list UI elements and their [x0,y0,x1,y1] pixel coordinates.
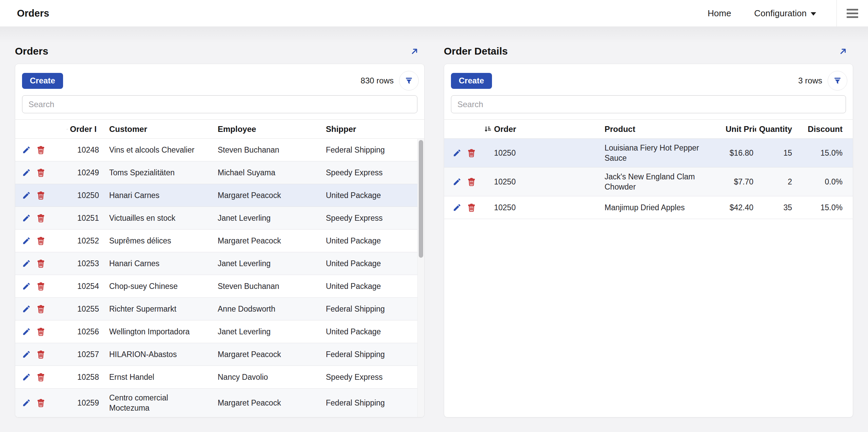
caret-down-icon [811,12,816,16]
trash-icon [467,149,476,158]
pencil-icon [22,282,31,291]
orders-expand-button[interactable] [408,44,421,58]
arrow-up-right-icon [410,47,419,56]
orders-table-row[interactable]: 10255 Richter Supermarkt Anne Dodsworth … [15,298,424,320]
cell-order-id: 10255 [65,304,97,314]
orders-col-order-id[interactable]: Order I [65,124,97,134]
orders-table-row[interactable]: 10249 Toms Spezialitäten Michael Suyama … [15,161,424,184]
trash-icon [467,203,476,212]
edit-button[interactable] [22,398,31,407]
edit-button[interactable] [453,203,461,212]
delete-button[interactable] [36,214,45,223]
edit-button[interactable] [22,145,31,154]
details-col-order[interactable]: Order [481,124,592,134]
edit-button[interactable] [22,305,31,313]
row-actions [22,373,65,382]
row-actions [22,305,65,314]
orders-table-row[interactable]: 10253 Hanari Carnes Janet Leverling Unit… [15,252,424,275]
scrollbar-thumb[interactable] [419,140,423,258]
edit-button[interactable] [22,373,31,381]
cell-employee: Steven Buchanan [205,145,313,155]
delete-button[interactable] [36,236,45,246]
delete-button[interactable] [36,373,45,382]
delete-button[interactable] [36,350,45,359]
scrollbar-track[interactable] [417,139,424,417]
delete-button[interactable] [467,149,476,158]
cell-quantity: 2 [756,177,795,187]
orders-table-row[interactable]: 10252 Suprêmes délices Margaret Peacock … [15,230,424,252]
orders-col-shipper[interactable]: Shipper [313,124,424,134]
cell-customer: Toms Spezialitäten [97,163,205,182]
edit-button[interactable] [453,149,461,157]
delete-button[interactable] [36,398,45,408]
pencil-icon [22,327,31,336]
cell-customer: Ernst Handel [97,368,205,386]
cell-employee: Margaret Peacock [205,349,313,359]
nav-configuration[interactable]: Configuration [743,8,828,19]
trash-icon [36,236,45,246]
orders-table-row[interactable]: 10251 Victuailles en stock Janet Leverli… [15,207,424,230]
cell-order: 10250 [481,202,592,213]
edit-button[interactable] [22,191,31,200]
delete-button[interactable] [467,177,476,186]
delete-button[interactable] [36,282,45,291]
delete-button[interactable] [36,259,45,268]
edit-button[interactable] [22,168,31,177]
row-actions [22,214,65,223]
cell-order-id: 10256 [65,327,97,337]
cell-employee: Janet Leverling [205,258,313,269]
details-create-button[interactable]: Create [451,73,492,89]
edit-button[interactable] [22,350,31,359]
orders-table-row[interactable]: 10257 HILARION-Abastos Margaret Peacock … [15,343,424,366]
delete-button[interactable] [36,305,45,314]
details-expand-button[interactable] [836,44,850,58]
details-table-row[interactable]: 10250 Jack's New England Clam Chowder $7… [444,168,853,196]
delete-button[interactable] [467,203,476,212]
edit-button[interactable] [22,236,31,245]
cell-employee: Steven Buchanan [205,281,313,291]
sort-icon [67,125,67,133]
details-filter-button[interactable] [828,71,847,91]
pencil-icon [22,236,31,245]
details-table-row[interactable]: 10250 Louisiana Fiery Hot Pepper Sauce $… [444,139,853,168]
funnel-icon [404,76,414,85]
orders-table-row[interactable]: 10250 Hanari Carnes Margaret Peacock Uni… [15,184,424,207]
hamburger-icon [847,9,858,18]
details-col-discount[interactable]: Discount [795,124,845,134]
topbar: Orders Home Configuration [0,0,868,26]
details-col-product[interactable]: Product [592,124,726,134]
delete-button[interactable] [36,145,45,155]
edit-button[interactable] [22,282,31,291]
orders-filter-button[interactable] [399,71,419,91]
orders-table-row[interactable]: 10256 Wellington Importadora Janet Lever… [15,320,424,343]
orders-search-wrap [15,95,424,119]
orders-search-input[interactable] [22,95,417,113]
orders-section: Orders Create 830 rows [15,39,425,432]
delete-button[interactable] [36,168,45,177]
orders-table-row[interactable]: 10254 Chop-suey Chinese Steven Buchanan … [15,275,424,298]
orders-rows-count: 830 rows [361,76,394,85]
hamburger-menu-button[interactable] [837,0,868,26]
orders-create-button[interactable]: Create [22,73,63,89]
edit-button[interactable] [22,259,31,268]
pencil-icon [22,373,31,381]
orders-col-customer[interactable]: Customer [97,124,205,134]
edit-button[interactable] [22,214,31,222]
details-search-input[interactable] [451,95,846,113]
cell-product: Jack's New England Clam Chowder [592,168,726,196]
details-col-unit-price[interactable]: Unit Pric [726,124,756,134]
edit-button[interactable] [22,327,31,336]
orders-table-row[interactable]: 10259 Centro comercial Moctezuma Margare… [15,389,424,417]
orders-table-row[interactable]: 10248 Vins et alcools Chevalier Steven B… [15,139,424,161]
nav-home[interactable]: Home [696,8,743,19]
orders-section-head: Orders [15,39,425,64]
delete-button[interactable] [36,191,45,200]
orders-col-employee[interactable]: Employee [205,124,313,134]
cell-unit-price: $16.80 [726,148,756,158]
trash-icon [36,350,45,359]
details-col-quantity[interactable]: Quantity [756,124,795,134]
orders-table-row[interactable]: 10258 Ernst Handel Nancy Davolio Speedy … [15,366,424,389]
details-table-row[interactable]: 10250 Manjimup Dried Apples $42.40 35 15… [444,196,853,219]
edit-button[interactable] [453,177,461,186]
delete-button[interactable] [36,327,45,336]
